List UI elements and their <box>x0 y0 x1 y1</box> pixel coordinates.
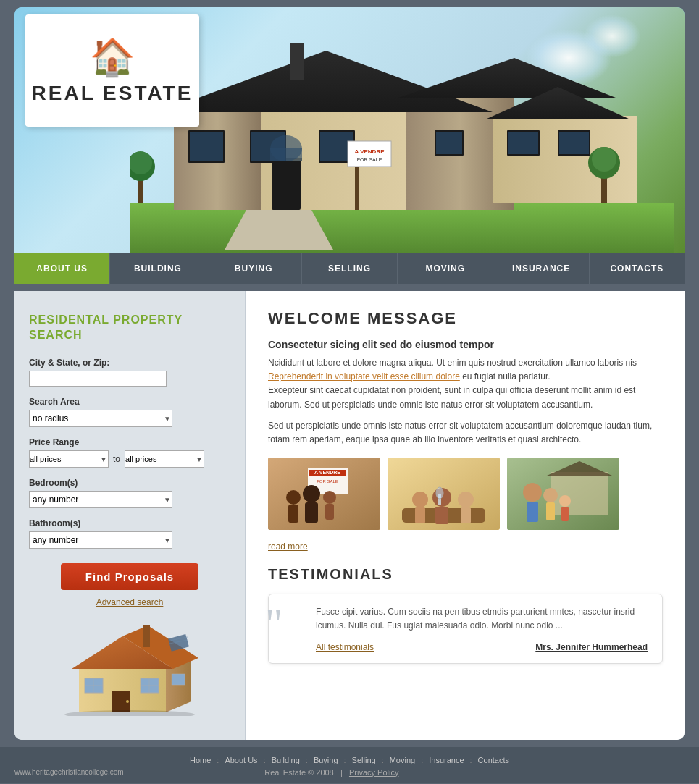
price-from-select[interactable]: all prices $50,000 $100,000 $200,000 <box>29 450 109 468</box>
price-range-group: Price Range all prices $50,000 $100,000 … <box>29 437 230 468</box>
testimonials-title: TESTIMONIALS <box>268 566 663 583</box>
svg-rect-84 <box>561 507 569 521</box>
footer-link-selling[interactable]: Selling <box>352 756 376 764</box>
svg-rect-73 <box>461 507 471 523</box>
svg-rect-49 <box>172 674 185 685</box>
content-link[interactable]: Reprehenderit in voluptate velit esse ci… <box>268 371 460 382</box>
footer-copyright: Real Estate © 2008 | Privacy Policy <box>264 768 398 777</box>
svg-rect-9 <box>272 159 301 210</box>
footer-link-buying[interactable]: Buying <box>314 756 338 764</box>
header-banner: A VENDRE FOR SALE 🏠 REAL ESTATE <box>14 7 685 253</box>
svg-rect-18 <box>270 148 302 161</box>
svg-point-81 <box>543 488 558 502</box>
bathrooms-group: Bathroom(s) any number 1 2 3+ ▼ <box>29 518 230 549</box>
svg-rect-71 <box>435 507 448 524</box>
all-testimonials-link[interactable]: All testimonials <box>316 642 374 652</box>
city-input[interactable] <box>29 371 167 387</box>
svg-rect-69 <box>415 507 425 523</box>
svg-point-64 <box>323 491 336 504</box>
nav-item-buying[interactable]: BUYING <box>206 253 302 284</box>
nav-item-contacts[interactable]: CONTACTS <box>590 253 685 284</box>
nav-item-insurance[interactable]: INSURANCE <box>493 253 589 284</box>
svg-point-68 <box>412 492 428 507</box>
svg-marker-5 <box>159 51 493 112</box>
svg-point-32 <box>592 147 616 172</box>
testimonial-text: Fusce cipit varius. Cum sociis na pen ti… <box>316 605 648 633</box>
svg-point-79 <box>523 483 542 502</box>
svg-rect-61 <box>288 505 298 523</box>
svg-rect-12 <box>190 132 223 161</box>
svg-rect-20 <box>436 132 462 154</box>
photo-1: A VENDRE FOR SALE <box>268 458 380 530</box>
para1c-text: Excepteur sint caecat cupidatat non proi… <box>268 385 635 409</box>
bedrooms-select-wrapper: any number 1 2 3 4+ ▼ <box>29 491 172 508</box>
svg-rect-8 <box>290 43 304 80</box>
svg-rect-65 <box>325 504 334 520</box>
nav-item-selling[interactable]: SELLING <box>302 253 398 284</box>
logo-box: 🏠 REAL ESTATE <box>25 14 199 127</box>
price-to-select[interactable]: all prices $200,000 $500,000 $1,000,000 <box>125 450 204 468</box>
sidebar-house-image <box>29 622 230 718</box>
photo-row: A VENDRE FOR SALE <box>268 458 663 530</box>
bedrooms-label: Bedroom(s) <box>29 478 230 488</box>
nav-item-moving[interactable]: MOVING <box>398 253 493 284</box>
svg-point-42 <box>126 700 129 703</box>
bedrooms-select[interactable]: any number 1 2 3 4+ <box>29 491 172 508</box>
nav-item-building[interactable]: BUILDING <box>110 253 206 284</box>
svg-rect-77 <box>551 472 608 515</box>
testimonial-box: " Fusce cipit varius. Cum sociis na pen … <box>268 594 663 663</box>
bathrooms-select[interactable]: any number 1 2 3+ <box>29 531 172 549</box>
quote-mark: " <box>265 602 283 645</box>
advanced-search-link[interactable]: Advanced search <box>29 597 230 607</box>
nav-item-about[interactable]: ABOUT US <box>14 253 110 284</box>
svg-point-75 <box>436 487 443 499</box>
svg-text:FOR SALE: FOR SALE <box>317 479 338 484</box>
main-nav: ABOUT US BUILDING BUYING SELLING MOVING … <box>14 253 685 284</box>
bedrooms-group: Bedroom(s) any number 1 2 3 4+ ▼ <box>29 478 230 508</box>
content-subtitle: Consectetur sicing elit sed do eiusmod t… <box>268 339 663 350</box>
bathrooms-select-wrapper: any number 1 2 3+ ▼ <box>29 531 172 549</box>
testimonial-author: Mrs. Jennifer Hummerhead <box>535 642 648 652</box>
find-proposals-button[interactable]: Find Proposals <box>61 563 198 590</box>
nav-wrapper: ABOUT US BUILDING BUYING SELLING MOVING … <box>0 253 699 284</box>
content-para2: Sed ut perspiciatis unde omnis iste natu… <box>268 419 663 447</box>
header-wrapper: A VENDRE FOR SALE 🏠 REAL ESTATE <box>0 0 699 253</box>
svg-point-72 <box>458 492 474 507</box>
svg-point-60 <box>286 490 301 505</box>
price-range-label: Price Range <box>29 437 230 447</box>
photo-3 <box>507 458 619 530</box>
search-area-select[interactable]: no radius 5 miles 10 miles 25 miles <box>29 410 172 427</box>
svg-text:A VENDRE: A VENDRE <box>354 148 385 155</box>
svg-text:FOR SALE: FOR SALE <box>357 157 382 162</box>
footer-link-contacts[interactable]: Contacts <box>478 756 509 764</box>
footer-link-about[interactable]: About Us <box>225 756 257 764</box>
sidebar: RESIDENTAL PROPERTYSEARCH City & State, … <box>14 291 246 740</box>
footer-nav: Home : About Us : Building : Buying : Se… <box>14 756 685 764</box>
price-to-label: to <box>113 454 120 464</box>
search-area-select-wrapper: no radius 5 miles 10 miles 25 miles ▼ <box>29 410 172 427</box>
testimonial-footer: All testimonials Mrs. Jennifer Hummerhea… <box>316 642 648 652</box>
svg-rect-26 <box>272 210 301 232</box>
svg-rect-51 <box>143 625 150 647</box>
svg-point-83 <box>559 495 571 507</box>
svg-point-62 <box>303 485 320 502</box>
logo-icon: 🏠 <box>90 36 135 78</box>
main-content: RESIDENTAL PROPERTYSEARCH City & State, … <box>14 291 685 740</box>
search-area-group: Search Area no radius 5 miles 10 miles 2… <box>29 397 230 427</box>
search-area-label: Search Area <box>29 397 230 407</box>
svg-rect-0 <box>130 203 674 253</box>
welcome-title: WELCOME MESSAGE <box>268 309 663 328</box>
read-more-link[interactable]: read more <box>268 541 308 552</box>
footer-link-home[interactable]: Home <box>190 756 211 764</box>
footer-url: www.heritagechristiancollege.com <box>14 768 124 776</box>
price-from-wrapper: all prices $50,000 $100,000 $200,000 ▼ <box>29 450 109 468</box>
main-content-area: WELCOME MESSAGE Consectetur sicing elit … <box>246 291 685 740</box>
svg-marker-6 <box>398 58 616 98</box>
city-field-group: City & State, or Zip: <box>29 358 230 387</box>
privacy-policy-link[interactable]: Privacy Policy <box>349 768 398 777</box>
footer-link-moving[interactable]: Moving <box>390 756 415 764</box>
footer: Home : About Us : Building : Buying : Se… <box>14 756 685 777</box>
footer-link-insurance[interactable]: Insurance <box>429 756 464 764</box>
main-wrapper: RESIDENTAL PROPERTYSEARCH City & State, … <box>0 284 699 747</box>
footer-link-building[interactable]: Building <box>272 756 300 764</box>
